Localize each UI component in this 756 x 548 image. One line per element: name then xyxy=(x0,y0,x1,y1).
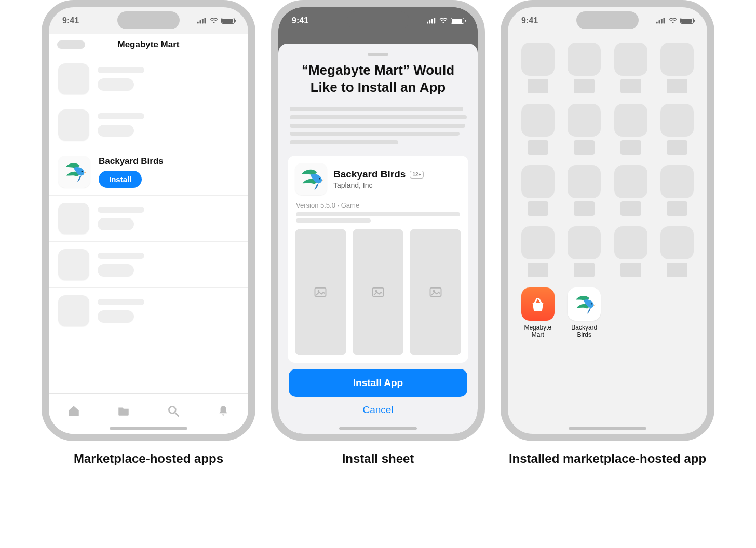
app-label: Megabyte Mart xyxy=(519,324,557,339)
signal-icon xyxy=(656,18,666,24)
app-icon-backyard-birds xyxy=(58,156,90,188)
caption: Installed marketplace-hosted app xyxy=(509,450,706,467)
app-placeholder[interactable] xyxy=(659,165,696,216)
status-time: 9:41 xyxy=(521,16,538,25)
app-label: Backyard Birds xyxy=(566,324,603,339)
list-item[interactable] xyxy=(49,102,248,148)
megabyte-mart-icon xyxy=(521,287,555,321)
header-title: Megabyte Mart xyxy=(117,39,179,49)
age-rating-badge: 12+ xyxy=(410,171,424,179)
app-megabyte-mart[interactable]: Megabyte Mart xyxy=(519,287,557,339)
app-meta-label: Version 5.5.0 · Game xyxy=(296,201,460,209)
status-time: 9:41 xyxy=(62,16,79,25)
home-indicator[interactable] xyxy=(339,427,417,430)
app-placeholder[interactable] xyxy=(659,104,696,155)
app-placeholder[interactable] xyxy=(566,226,603,277)
install-button[interactable]: Install xyxy=(99,171,142,188)
app-icon-backyard-birds xyxy=(295,163,327,195)
phone-marketplace: 9:41 Megabyte Mart xyxy=(42,0,255,441)
battery-icon xyxy=(451,18,464,24)
dynamic-island xyxy=(347,11,409,29)
signal-icon xyxy=(427,18,436,24)
app-placeholder[interactable] xyxy=(659,226,696,277)
dynamic-island xyxy=(117,11,180,29)
caption: Marketplace-hosted apps xyxy=(74,450,223,467)
sheet-description-placeholder xyxy=(288,103,468,148)
list-item-backyard-birds[interactable]: Backyard Birds Install xyxy=(49,148,248,196)
app-placeholder[interactable] xyxy=(519,226,557,277)
app-placeholder[interactable] xyxy=(612,43,650,93)
dynamic-island xyxy=(576,11,639,29)
search-icon[interactable] xyxy=(167,404,180,418)
battery-icon xyxy=(221,18,235,24)
app-placeholder[interactable] xyxy=(612,104,650,155)
list-item[interactable] xyxy=(49,56,248,102)
screenshot-row[interactable] xyxy=(295,229,461,355)
wifi-icon xyxy=(210,18,218,24)
phone-homescreen: 9:41 xyxy=(501,0,714,441)
app-placeholder[interactable] xyxy=(612,226,650,277)
sheet-grabber[interactable] xyxy=(368,53,388,56)
caption: Install sheet xyxy=(342,450,414,467)
phone-install-sheet: 9:41 “Megabyte Mart” Would Like to Insta… xyxy=(271,0,485,441)
app-placeholder[interactable] xyxy=(566,43,603,93)
battery-icon xyxy=(680,18,694,24)
list-item[interactable] xyxy=(49,242,248,288)
install-app-button[interactable]: Install App xyxy=(289,369,467,397)
list-item[interactable] xyxy=(49,196,248,242)
app-placeholder[interactable] xyxy=(566,165,603,216)
screenshot-placeholder xyxy=(353,229,404,355)
home-indicator[interactable] xyxy=(569,427,646,430)
app-placeholder[interactable] xyxy=(612,165,650,216)
app-placeholder[interactable] xyxy=(659,43,696,93)
sheet-title: “Megabyte Mart” Would Like to Install an… xyxy=(288,62,468,103)
list-item[interactable] xyxy=(49,288,248,334)
signal-icon xyxy=(197,18,207,24)
wifi-icon xyxy=(439,18,448,24)
app-name-label: Backyard Birds xyxy=(333,169,406,180)
screenshot-placeholder xyxy=(410,229,461,355)
developer-label: Tapland, Inc xyxy=(333,181,424,189)
app-placeholder[interactable] xyxy=(519,165,557,216)
app-list[interactable]: Backyard Birds Install xyxy=(49,56,248,434)
wifi-icon xyxy=(669,18,677,24)
app-placeholder[interactable] xyxy=(566,104,603,155)
home-indicator[interactable] xyxy=(110,427,187,430)
folder-icon[interactable] xyxy=(117,404,130,418)
backyard-birds-icon xyxy=(568,287,601,321)
status-time: 9:41 xyxy=(292,16,308,25)
app-placeholder[interactable] xyxy=(519,43,557,93)
cancel-button[interactable]: Cancel xyxy=(289,397,467,423)
app-placeholder[interactable] xyxy=(519,104,557,155)
bell-icon[interactable] xyxy=(217,404,230,418)
marketplace-header: Megabyte Mart xyxy=(49,34,248,56)
home-icon[interactable] xyxy=(67,404,80,418)
install-sheet: “Megabyte Mart” Would Like to Install an… xyxy=(278,44,478,434)
home-screen-grid[interactable]: Megabyte Mart Backyard Birds xyxy=(508,34,707,347)
app-name-label: Backyard Birds xyxy=(99,156,164,167)
back-button[interactable] xyxy=(57,40,85,49)
app-backyard-birds[interactable]: Backyard Birds xyxy=(566,287,603,339)
app-info-card: Backyard Birds 12+ Tapland, Inc Version … xyxy=(288,156,468,363)
screenshot-placeholder xyxy=(295,229,346,355)
